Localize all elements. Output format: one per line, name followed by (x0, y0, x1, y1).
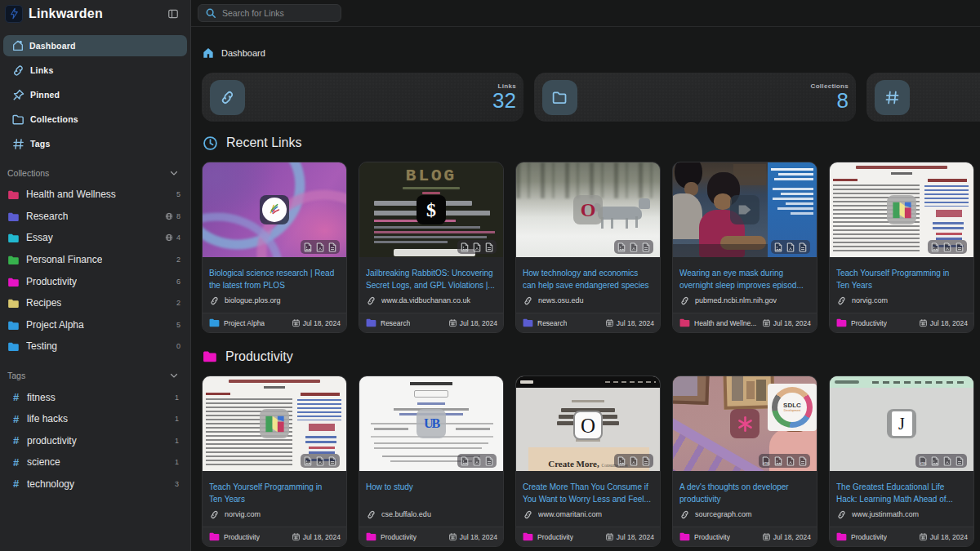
svg-text:HTML: HTML (763, 461, 769, 464)
svg-text:HTML: HTML (920, 461, 926, 464)
